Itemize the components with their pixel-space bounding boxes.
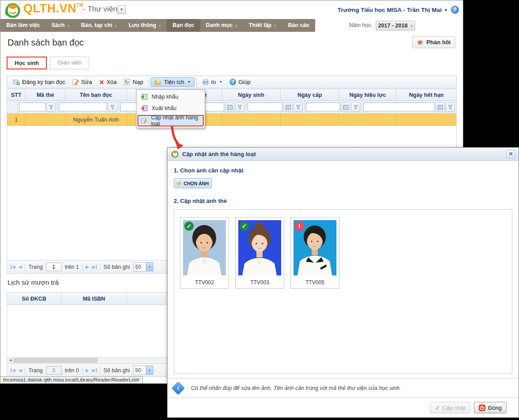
open-folder-icon [177, 180, 181, 186]
edit-button[interactable]: Sửa [69, 77, 96, 87]
help-icon[interactable]: ? [451, 6, 459, 14]
column-header-ten-ban-doc[interactable]: Tên bạn đọc [65, 89, 127, 100]
step1-label: 1. Chọn ảnh cần cập nhật [174, 167, 512, 174]
filter-button[interactable] [351, 103, 360, 112]
photo-card[interactable]: ✓ TTV003 [235, 217, 284, 289]
next-page-icon[interactable]: ▶ [86, 265, 89, 269]
column-header-ngay-sinh[interactable]: Ngày sinh [222, 89, 281, 100]
filter-button[interactable] [108, 103, 117, 112]
filter-input-ngay-het-han[interactable] [363, 103, 435, 111]
close-button[interactable]: Đóng [474, 402, 507, 413]
toolbar-separator [196, 78, 197, 86]
photo-card[interactable]: ✓ TTV002 [180, 217, 229, 289]
prev-page-icon[interactable]: ◀ [19, 368, 22, 373]
column-header-ngay-het-han[interactable]: Ngày hết hạn [397, 89, 456, 100]
first-page-icon[interactable]: ◀ [11, 265, 15, 269]
tab-giao-vien[interactable]: Giáo viên [50, 57, 89, 69]
filter-input-ma-the[interactable] [19, 103, 46, 111]
school-user-name[interactable]: Trường Tiểu học MISA - Trần Thị Mai [338, 7, 442, 13]
filter-button[interactable] [446, 103, 455, 112]
cell-ngay-het-han [397, 114, 456, 126]
help-button[interactable]: ? Giúp [226, 77, 254, 87]
photo-card[interactable]: ! TTV005 [290, 217, 340, 289]
next-page-icon[interactable]: ▶ [86, 368, 89, 373]
records-per-page-select[interactable]: 50∨ [133, 366, 153, 375]
photo-code[interactable]: TTV002 [183, 279, 226, 286]
tab-hoc-sinh[interactable]: Học sinh [7, 57, 47, 69]
calendar-button[interactable] [341, 103, 350, 112]
nav-item-luu-thong[interactable]: Lưu thông∨ [123, 19, 167, 32]
nav-item-bao-tap-chi[interactable]: Báo, tạp chí∨ [75, 19, 123, 32]
calendar-icon [438, 105, 443, 110]
register-reader-button[interactable]: Đăng ký bạn đọc [9, 77, 69, 87]
module-dropdown-button[interactable]: ▼ [117, 5, 126, 14]
calendar-button[interactable] [225, 103, 234, 112]
column-header-ma-the[interactable]: Mã thẻ [26, 89, 65, 100]
nav-item-sach[interactable]: Sách∨ [46, 19, 75, 32]
column-header-ngay-cap[interactable]: Ngày cấp [281, 89, 339, 100]
calendar-button[interactable] [435, 103, 445, 112]
column-header-ma-isbn[interactable]: Mã ISBN [61, 293, 127, 305]
photo-code[interactable]: TTV005 [294, 279, 336, 286]
readers-grid-filter-row: ∨ [7, 101, 457, 114]
filter-button[interactable] [235, 103, 244, 112]
pager-separator [100, 367, 100, 374]
utilities-button[interactable]: Tiện ích ▼ [151, 77, 195, 87]
reload-button[interactable]: ↻ Nạp [120, 77, 147, 87]
last-page-icon[interactable]: ▶ [92, 368, 97, 373]
column-header-so-dkcb[interactable]: Số ĐKCB [7, 293, 61, 305]
school-year-select[interactable]: 2017 - 2018∨ [376, 21, 415, 31]
add-reader-icon [13, 79, 20, 85]
close-icon[interactable]: ✕ [506, 150, 515, 158]
table-row[interactable]: 1 Nguyễn Tuấn Anh 6A1 [7, 114, 457, 126]
cell-ma-the [26, 114, 65, 126]
filter-input-ten[interactable] [59, 103, 107, 111]
filter-button[interactable] [46, 103, 56, 112]
nav-item-thiet-lap[interactable]: Thiết lập∨ [243, 19, 282, 32]
filter-cell-ngay-het-han [362, 101, 456, 113]
user-caret-icon[interactable]: ▼ [444, 8, 448, 12]
delete-button[interactable]: ✕ Xóa [95, 77, 120, 87]
scrollbar-thumb[interactable] [14, 358, 98, 363]
photo-code[interactable]: TTV003 [238, 279, 281, 286]
dialog-title-bar[interactable]: Cập nhật ảnh thẻ hàng loạt ✕ [168, 148, 519, 161]
funnel-icon [110, 105, 115, 110]
menu-item-cap-nhat-anh-hang-loat[interactable]: Cập nhật ảnh hàng loạt [137, 115, 204, 126]
module-name: - Thư viện [83, 5, 117, 14]
first-page-icon[interactable]: ◀ [11, 368, 15, 373]
filter-input-ngay-cap[interactable] [248, 103, 282, 111]
dialog-note: i Có thể nhấn đúp để sửa tên ảnh. Tên ản… [168, 378, 519, 398]
nav-item-danh-muc[interactable]: Danh mục∨ [200, 19, 243, 32]
page-label: Trang [28, 367, 42, 374]
print-button[interactable]: In ▼ [198, 77, 226, 87]
menu-item-nhap-khau[interactable]: Nhập khẩu [137, 91, 204, 103]
export-icon [141, 105, 148, 111]
calendar-button[interactable] [283, 103, 293, 112]
nav-item-ban-doc[interactable]: Bạn đọc [167, 19, 200, 32]
svg-text:↻: ↻ [125, 80, 129, 85]
menu-item-xuat-khau[interactable]: Xuất khẩu [137, 103, 204, 114]
pager-separator [82, 263, 83, 271]
column-header-ngay-hieu-luc[interactable]: Ngày hiệu lực [339, 89, 397, 100]
cell-stt: 1 [7, 114, 26, 126]
records-per-page-select[interactable]: 50∨ [133, 262, 153, 271]
nav-item-ban-lam-viec[interactable]: Bàn làm việc [0, 19, 46, 32]
nav-item-bao-cao[interactable]: Báo cáo [282, 19, 315, 32]
scroll-left-icon[interactable]: ◀ [8, 358, 13, 363]
chevron-down-icon: ▼ [187, 80, 191, 84]
last-page-icon[interactable]: ▶ [92, 265, 97, 269]
chevron-down-icon: ∨ [146, 263, 153, 271]
column-header-stt[interactable]: STT [7, 89, 26, 100]
feedback-button[interactable]: Phản hồi [412, 36, 455, 48]
filter-input-ngay-hieu-luc[interactable] [306, 103, 340, 111]
update-button[interactable]: ✔ Cập nhật [430, 402, 470, 413]
page-input[interactable] [46, 366, 62, 374]
pager-separator [25, 263, 25, 271]
choose-photos-button[interactable]: CHỌN ẢNH [174, 178, 212, 188]
school-year-label: Năm học: [349, 22, 373, 28]
logo-text: QLTH.VNTM [23, 2, 83, 15]
filter-button[interactable] [294, 103, 303, 112]
page-input[interactable] [46, 263, 62, 271]
prev-page-icon[interactable]: ◀ [19, 265, 22, 269]
nav-strip: Bàn làm việc Sách∨ Báo, tạp chí∨ Lưu thô… [0, 19, 315, 32]
